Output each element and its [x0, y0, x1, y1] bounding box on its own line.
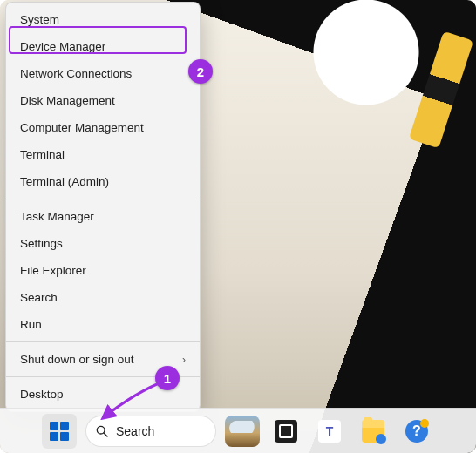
menu-item-label: File Explorer — [20, 264, 86, 277]
get-help-button[interactable]: ? — [399, 414, 434, 449]
menu-item-settings[interactable]: Settings — [6, 230, 200, 257]
menu-item-run[interactable]: Run — [6, 311, 200, 338]
file-explorer-icon — [362, 420, 384, 443]
menu-item-network-connections[interactable]: Network Connections — [6, 60, 200, 87]
menu-item-desktop[interactable]: Desktop — [6, 381, 200, 408]
weather-widget-icon — [225, 416, 260, 447]
teams-button[interactable]: T — [312, 414, 347, 449]
file-explorer-button[interactable] — [356, 414, 391, 449]
desktop: SystemDevice ManagerNetwork ConnectionsD… — [0, 0, 476, 453]
taskbar: Search T ? — [0, 408, 476, 453]
menu-item-disk-management[interactable]: Disk Management — [6, 87, 200, 114]
menu-item-label: Device Manager — [20, 40, 105, 53]
taskbar-search[interactable]: Search — [85, 416, 216, 447]
menu-item-terminal[interactable]: Terminal — [6, 141, 200, 168]
search-label: Search — [116, 424, 154, 438]
get-help-icon: ? — [405, 420, 428, 443]
start-icon — [50, 422, 69, 441]
menu-item-shut-down-or-sign-out[interactable]: Shut down or sign out› — [6, 346, 200, 373]
menu-separator — [6, 376, 200, 377]
task-view-button[interactable] — [269, 414, 303, 449]
menu-item-label: Computer Management — [20, 121, 144, 134]
svg-line-1 — [104, 433, 107, 436]
weather-widget-button[interactable] — [225, 414, 260, 449]
menu-item-search[interactable]: Search — [6, 284, 200, 311]
menu-item-label: Task Manager — [20, 210, 94, 223]
teams-icon: T — [318, 420, 341, 443]
menu-item-label: Settings — [20, 237, 63, 250]
task-view-icon — [275, 420, 297, 443]
menu-item-file-explorer[interactable]: File Explorer — [6, 257, 200, 284]
chevron-right-icon: › — [182, 354, 186, 366]
menu-item-label: System — [20, 13, 59, 26]
search-icon — [95, 424, 109, 438]
start-button[interactable] — [42, 414, 77, 449]
menu-item-system[interactable]: System — [6, 6, 200, 33]
menu-item-task-manager[interactable]: Task Manager — [6, 203, 200, 230]
winx-menu: SystemDevice ManagerNetwork ConnectionsD… — [5, 2, 201, 412]
menu-item-label: Search — [20, 291, 58, 304]
menu-separator — [6, 199, 200, 199]
menu-item-terminal-admin[interactable]: Terminal (Admin) — [6, 168, 200, 195]
menu-item-label: Desktop — [20, 388, 64, 401]
menu-item-computer-management[interactable]: Computer Management — [6, 114, 200, 141]
menu-item-label: Terminal (Admin) — [20, 175, 109, 188]
menu-item-label: Network Connections — [20, 67, 132, 80]
menu-item-label: Shut down or sign out — [20, 353, 134, 366]
menu-item-label: Terminal — [20, 148, 65, 161]
menu-separator — [6, 341, 200, 342]
menu-item-device-manager[interactable]: Device Manager — [6, 33, 200, 60]
menu-item-label: Disk Management — [20, 94, 115, 107]
menu-item-label: Run — [20, 318, 42, 331]
